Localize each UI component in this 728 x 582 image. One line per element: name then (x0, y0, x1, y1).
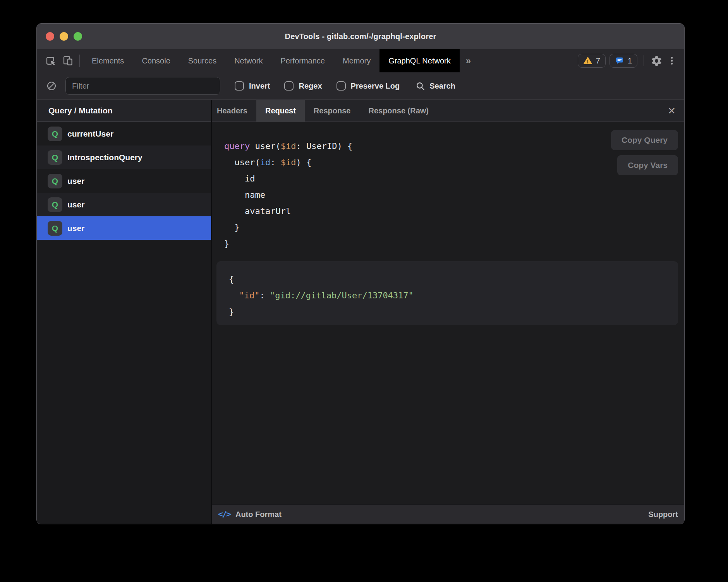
devtools-tab-bar: Elements Console Sources Network Perform… (37, 49, 684, 72)
detail-tabs: Headers Request Response Response (Raw) … (212, 100, 684, 122)
warnings-count: 7 (596, 56, 600, 65)
code-line: user(id: $id) { (224, 154, 352, 171)
devtools-window: DevTools - gitlab.com/-/graphql-explorer… (36, 23, 685, 524)
device-toolbar-icon[interactable] (59, 49, 76, 72)
code-token: "id" (239, 291, 260, 300)
tab-elements[interactable]: Elements (83, 49, 133, 72)
code-token: user( (224, 157, 260, 167)
kebab-menu-icon[interactable] (665, 49, 679, 72)
inspect-element-icon[interactable] (42, 49, 59, 72)
tab-sources[interactable]: Sources (179, 49, 225, 72)
issues-count: 1 (628, 56, 632, 65)
invert-checkbox (235, 81, 244, 91)
invert-label: Invert (249, 82, 270, 91)
code-token: $id (281, 157, 296, 167)
code-token (229, 291, 239, 300)
code-token: ) { (296, 157, 311, 167)
code-line: } (224, 219, 352, 236)
query-list-item[interactable]: Q user (37, 169, 211, 193)
chat-bubble-icon (615, 56, 624, 65)
settings-gear-icon[interactable] (648, 49, 665, 72)
auto-format-toggle[interactable]: Auto Format (235, 510, 282, 519)
query-name: IntrospectionQuery (67, 153, 143, 162)
tab-memory[interactable]: Memory (334, 49, 379, 72)
query-list-item[interactable]: Q currentUser (37, 122, 211, 146)
warning-icon (583, 56, 592, 65)
filter-input[interactable] (65, 77, 220, 95)
sidebar-header: Query / Mutation (37, 100, 211, 122)
code-line: } (229, 304, 678, 320)
code-line: } (224, 236, 352, 252)
clear-filter-icon[interactable] (46, 80, 57, 91)
tab-response-raw[interactable]: Response (Raw) (359, 100, 438, 122)
tab-response[interactable]: Response (305, 100, 360, 122)
code-token: $id (281, 141, 296, 151)
code-token: id (260, 157, 271, 167)
code-token: : (259, 291, 270, 300)
graphql-query-code: query user($id: UserID) { user(id: $id) … (224, 138, 352, 252)
query-list-item-selected[interactable]: Q user (37, 216, 211, 240)
code-token: "gid://gitlab/User/13704317" (270, 291, 414, 300)
code-line: id (224, 171, 352, 187)
tab-performance[interactable]: Performance (272, 49, 334, 72)
support-link[interactable]: Support (648, 510, 678, 519)
warnings-badge[interactable]: 7 (578, 54, 606, 68)
regex-checkbox (284, 81, 294, 91)
query-type-badge: Q (48, 174, 62, 188)
minimize-window-button[interactable] (60, 32, 68, 41)
query-list-item[interactable]: Q IntrospectionQuery (37, 146, 211, 169)
tab-request[interactable]: Request (256, 100, 305, 122)
code-line: name (224, 187, 352, 203)
code-line: "id": "gid://gitlab/User/13704317" (229, 288, 678, 304)
close-detail-icon[interactable]: ✕ (668, 106, 676, 116)
query-name: user (67, 200, 84, 209)
preserve-log-label: Preserve Log (351, 82, 400, 91)
zoom-window-button[interactable] (74, 32, 82, 41)
search-icon (415, 81, 426, 91)
tab-console[interactable]: Console (133, 49, 179, 72)
query-type-badge: Q (48, 150, 62, 165)
window-title: DevTools - gitlab.com/-/graphql-explorer (285, 32, 436, 41)
invert-checkbox-group[interactable]: Invert (235, 81, 270, 91)
code-brackets-icon: </> (218, 510, 230, 519)
request-content: query user($id: UserID) { user(id: $id) … (212, 122, 684, 504)
title-bar: DevTools - gitlab.com/-/graphql-explorer (37, 24, 684, 49)
search-toggle[interactable]: Search (415, 81, 455, 91)
copy-buttons: Copy Query Copy Vars (611, 130, 678, 175)
toolbar-separator (79, 55, 80, 67)
traffic-lights (46, 24, 82, 49)
filter-bar: Invert Regex Preserve Log Search (37, 72, 684, 100)
code-line: query user($id: UserID) { (224, 138, 352, 154)
regex-label: Regex (299, 82, 322, 91)
code-token: : UserID) { (296, 141, 352, 151)
search-label: Search (429, 82, 455, 91)
main-area: Query / Mutation Q currentUser Q Introsp… (37, 100, 684, 524)
detail-panel: Headers Request Response Response (Raw) … (212, 100, 684, 524)
preserve-log-checkbox (337, 81, 346, 91)
tab-graphql-network[interactable]: GraphQL Network (379, 49, 459, 72)
code-token: query (224, 141, 250, 151)
query-type-badge: Q (48, 127, 62, 141)
code-line: { (229, 271, 678, 288)
tab-headers[interactable]: Headers (212, 100, 256, 122)
query-list-item[interactable]: Q user (37, 193, 211, 216)
query-type-badge: Q (48, 197, 62, 212)
more-tabs-chevron-icon[interactable]: » (460, 49, 477, 72)
close-window-button[interactable] (46, 32, 54, 41)
query-name: user (67, 224, 84, 233)
copy-vars-button[interactable]: Copy Vars (617, 155, 678, 175)
copy-query-button[interactable]: Copy Query (611, 130, 678, 150)
query-name: currentUser (67, 129, 113, 139)
code-line: avatarUrl (224, 203, 352, 219)
regex-checkbox-group[interactable]: Regex (284, 81, 322, 91)
issues-badge[interactable]: 1 (610, 54, 637, 68)
toolbar-right-group: 7 1 (574, 49, 684, 72)
query-variables-box: { "id": "gid://gitlab/User/13704317" } (216, 261, 678, 325)
badge-separator (644, 55, 644, 66)
query-name: user (67, 176, 84, 186)
preserve-log-checkbox-group[interactable]: Preserve Log (337, 81, 400, 91)
code-token: : (270, 157, 281, 167)
code-token: user( (250, 141, 280, 151)
query-list-sidebar: Query / Mutation Q currentUser Q Introsp… (37, 100, 212, 524)
tab-network[interactable]: Network (225, 49, 271, 72)
